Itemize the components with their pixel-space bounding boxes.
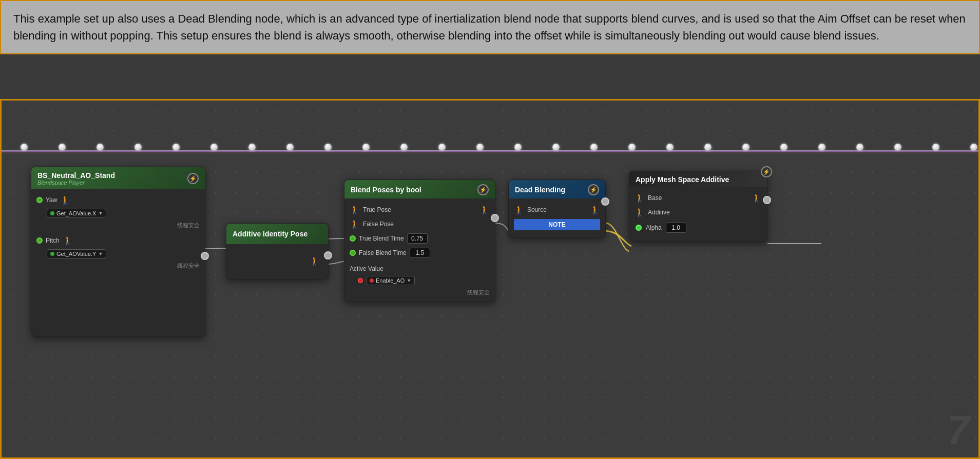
node-blend-body: 🚶 True Pose 🚶 🚶 False Pose True Blend Ti… xyxy=(344,198,495,302)
timeline-dot xyxy=(704,144,712,151)
bs-output-pin xyxy=(201,252,209,260)
timeline-dot xyxy=(666,144,674,151)
node-bs-subtitle: Blendspace Player xyxy=(37,179,115,186)
person-icon-additive: 🚶 xyxy=(635,208,645,217)
person-icon-pitch: 🚶 xyxy=(63,236,73,246)
node-dead-title: Dead Blending xyxy=(515,186,565,194)
timeline-dot xyxy=(400,144,408,151)
person-icon-source: 🚶 xyxy=(514,205,524,215)
active-dd-label: Enable_AO xyxy=(376,277,405,284)
blend-output-pin xyxy=(491,214,499,222)
timeline-dot xyxy=(590,144,598,151)
timeline-dot xyxy=(780,144,787,151)
timeline-dot xyxy=(970,144,977,151)
node-additive-identity[interactable]: Additive Identity Pose 🚶 xyxy=(226,223,329,280)
yaw-dd-label: Get_AOValue.X xyxy=(56,210,96,216)
node-bs-neutral[interactable]: BS_Neutral_AO_Stand Blendspace Player ⚡ … xyxy=(31,167,205,337)
timeline-dot xyxy=(476,144,484,151)
yaw-dd-arrow: ▼ xyxy=(98,211,103,216)
true-pose-row: 🚶 True Pose 🚶 xyxy=(344,203,495,217)
timeline-line-purple xyxy=(0,151,980,152)
person-icon-true: 🚶 xyxy=(350,205,360,215)
false-blend-pin xyxy=(350,250,356,256)
yaw-row: Yaw 🚶 xyxy=(31,193,205,207)
pitch-label: Pitch xyxy=(46,237,60,244)
watermark: 7 xyxy=(947,407,970,454)
timeline-dot xyxy=(628,144,636,151)
yaw-zh: 线程安全 xyxy=(31,222,205,229)
pitch-dropdown[interactable]: Get_AOValue.Y ▼ xyxy=(47,249,106,258)
apply-output-pin xyxy=(763,196,771,204)
node-apply-body: 🚶 Base 🚶 🚶 Additive Alpha 1.0 xyxy=(629,187,767,241)
lightning-icon-bs: ⚡ xyxy=(187,173,199,184)
false-pose-label: False Pose xyxy=(363,221,394,228)
info-text: This example set up also uses a Dead Ble… xyxy=(13,10,967,44)
pitch-dropdown-row[interactable]: Get_AOValue.Y ▼ xyxy=(31,248,205,262)
timeline-dot xyxy=(362,144,370,151)
additive-id-row: 🚶 xyxy=(226,248,328,274)
node-bs-header: BS_Neutral_AO_Stand Blendspace Player ⚡ xyxy=(31,167,205,189)
true-blend-row: True Blend Time 0.75 xyxy=(344,231,495,246)
active-dropdown[interactable]: Enable_AO ▼ xyxy=(366,276,415,285)
true-blend-pin xyxy=(350,235,356,242)
base-label: Base xyxy=(648,194,662,202)
timeline-dot xyxy=(894,144,901,151)
active-value-label: Active Value xyxy=(350,265,383,272)
node-apply-mesh[interactable]: Apply Mesh Space Additive ⚡ 🚶 Base 🚶 🚶 A… xyxy=(629,171,767,242)
pitch-dd-arrow: ▼ xyxy=(98,251,103,256)
timeline-dot xyxy=(818,144,825,151)
timeline-dot xyxy=(21,144,28,151)
canvas: BS_Neutral_AO_Stand Blendspace Player ⚡ … xyxy=(0,100,980,459)
lightning-icon-apply: ⚡ xyxy=(761,166,772,177)
person-icon-true-out: 🚶 xyxy=(479,205,490,215)
timeline-dot xyxy=(742,144,750,151)
person-icon-base: 🚶 xyxy=(635,193,645,203)
active-pin xyxy=(358,278,363,283)
false-blend-row: False Blend Time 1.5 xyxy=(344,246,495,260)
pitch-zh: 线程安全 xyxy=(31,262,205,270)
timeline-dots xyxy=(0,144,980,151)
lightning-icon-blend: ⚡ xyxy=(477,184,489,195)
node-blend-poses[interactable]: Blend Poses by bool ⚡ 🚶 True Pose 🚶 🚶 Fa… xyxy=(344,179,495,302)
timeline-dot xyxy=(932,144,939,151)
base-row: 🚶 Base 🚶 xyxy=(629,191,767,205)
timeline-dot xyxy=(210,144,218,151)
node-additive-id-title: Additive Identity Pose xyxy=(233,230,308,238)
pitch-dd-dot xyxy=(50,252,54,256)
additive-row: 🚶 Additive xyxy=(629,205,767,219)
yaw-dropdown[interactable]: Get_AOValue.X ▼ xyxy=(47,209,106,218)
dead-output-pin xyxy=(601,197,609,206)
node-bs-body: Yaw 🚶 Get_AOValue.X ▼ 线程安全 Pitch 🚶 xyxy=(31,189,205,336)
additive-label: Additive xyxy=(648,209,670,216)
active-dropdown-row[interactable]: Enable_AO ▼ xyxy=(344,274,495,289)
false-pose-row: 🚶 False Pose xyxy=(344,217,495,231)
timeline-dot xyxy=(438,144,446,151)
timeline-dot xyxy=(286,144,294,151)
node-dead-blending[interactable]: Dead Blending ⚡ 🚶 Source 🚶 NOTE xyxy=(508,179,606,238)
timeline-dot xyxy=(856,144,863,151)
false-blend-value[interactable]: 1.5 xyxy=(410,248,430,258)
true-blend-label: True Blend Time xyxy=(359,235,404,242)
person-icon-source-out: 🚶 xyxy=(590,205,600,215)
timeline-dot xyxy=(552,144,560,151)
node-additive-id-header: Additive Identity Pose xyxy=(226,224,328,244)
info-panel: This example set up also uses a Dead Ble… xyxy=(0,0,980,54)
node-dead-header: Dead Blending ⚡ xyxy=(509,180,605,198)
alpha-value[interactable]: 1.0 xyxy=(666,223,686,233)
timeline-dot xyxy=(514,144,522,151)
pitch-row: Pitch 🚶 xyxy=(31,233,205,248)
true-blend-value[interactable]: 0.75 xyxy=(407,233,428,244)
person-icon-yaw: 🚶 xyxy=(60,195,70,205)
pitch-pin xyxy=(36,237,43,244)
node-apply-title: Apply Mesh Space Additive xyxy=(636,175,729,184)
node-bs-title: BS_Neutral_AO_Stand xyxy=(37,171,115,179)
timeline-dot xyxy=(324,144,332,151)
yaw-dropdown-row[interactable]: Get_AOValue.X ▼ xyxy=(31,207,205,222)
timeline-dot xyxy=(97,144,104,151)
active-value-row: Active Value xyxy=(344,260,495,274)
person-icon-base-out: 🚶 xyxy=(752,193,762,203)
true-pose-label: True Pose xyxy=(363,206,391,213)
node-additive-id-body: 🚶 xyxy=(226,244,328,279)
false-blend-label: False Blend Time xyxy=(359,249,407,256)
timeline-dot xyxy=(248,144,256,151)
